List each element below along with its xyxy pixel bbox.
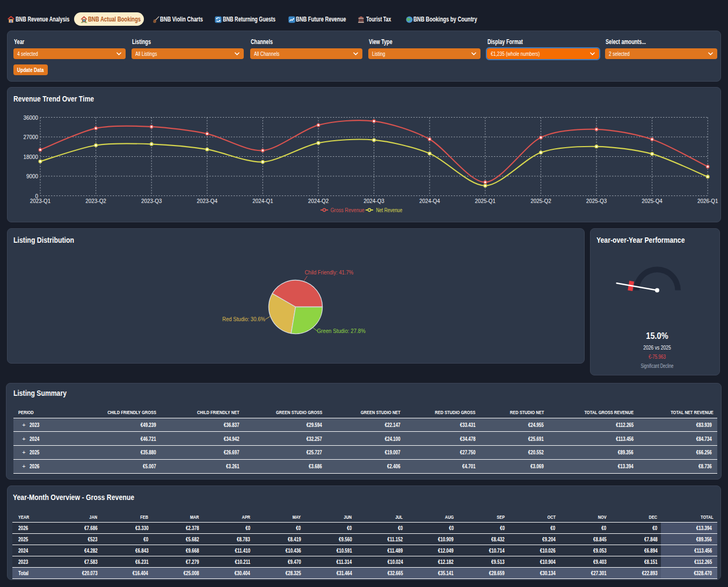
svg-text:€-75.963: €-75.963 — [649, 353, 666, 360]
svg-text:15.0%: 15.0% — [646, 331, 668, 341]
svg-text:2026 vs 2025: 2026 vs 2025 — [643, 344, 671, 351]
svg-text:Significant Decline: Significant Decline — [641, 363, 674, 369]
